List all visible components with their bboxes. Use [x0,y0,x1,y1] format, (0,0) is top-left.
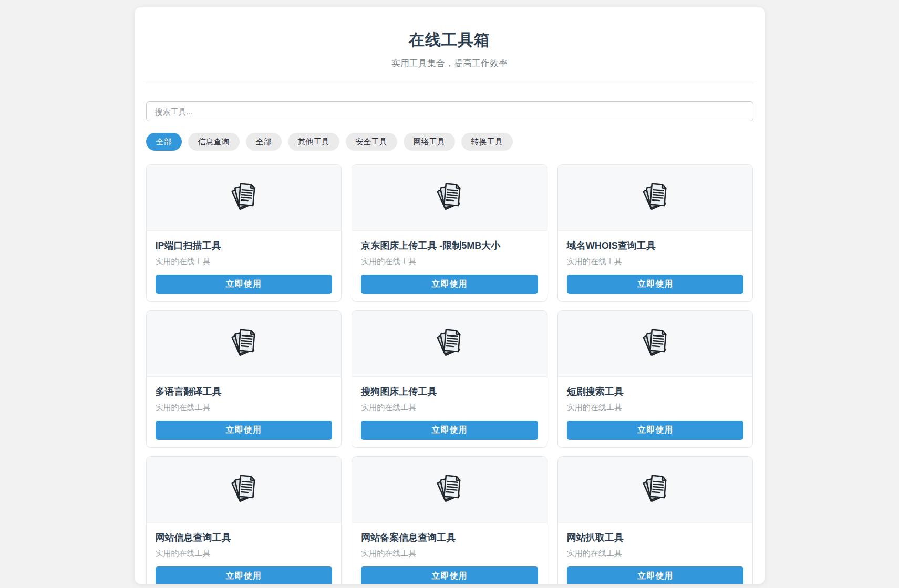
use-now-button[interactable]: 立即使用 [156,421,333,440]
stacked-documents-icon [227,326,261,362]
tool-title: 域名WHOIS查询工具 [567,240,744,251]
tool-card: 域名WHOIS查询工具 实用的在线工具 立即使用 [557,164,753,302]
card-icon-area [352,165,547,231]
use-now-button[interactable]: 立即使用 [567,566,744,584]
tool-card: 网站备案信息查询工具 实用的在线工具 立即使用 [352,456,547,584]
tool-card: 京东图床上传工具 -限制5MB大小 实用的在线工具 立即使用 [352,164,547,302]
tool-title: IP端口扫描工具 [156,240,333,251]
tool-card: 网站信息查询工具 实用的在线工具 立即使用 [146,456,342,584]
use-now-button[interactable]: 立即使用 [361,421,538,440]
filter-chip-convert-tools[interactable]: 转换工具 [461,133,513,151]
stacked-documents-icon [227,180,261,216]
card-icon-area [352,311,547,377]
card-icon-area [147,165,342,231]
search-input[interactable] [146,101,753,121]
filter-chip-network-tools[interactable]: 网络工具 [404,133,455,151]
card-icon-area [352,457,547,523]
tool-card: 短剧搜索工具 实用的在线工具 立即使用 [557,310,753,448]
filter-chip-info-query[interactable]: 信息查询 [188,133,240,151]
use-now-button[interactable]: 立即使用 [567,421,744,440]
card-icon-area [147,311,342,377]
tool-title: 网站备案信息查询工具 [361,532,538,543]
tool-title: 搜狗图床上传工具 [361,386,538,397]
tool-description: 实用的在线工具 [156,549,333,559]
tool-title: 网站信息查询工具 [156,532,333,543]
header-divider [146,83,753,83]
tool-title: 京东图床上传工具 -限制5MB大小 [361,240,538,251]
filter-chip-security-tools[interactable]: 安全工具 [346,133,397,151]
tool-description: 实用的在线工具 [156,403,333,413]
tool-description: 实用的在线工具 [567,549,744,559]
stacked-documents-icon [432,180,466,216]
tool-title: 短剧搜索工具 [567,386,744,397]
card-icon-area [558,311,753,377]
tool-card: 搜狗图床上传工具 实用的在线工具 立即使用 [352,310,547,448]
card-icon-area [147,457,342,523]
tool-description: 实用的在线工具 [361,257,538,267]
stacked-documents-icon [638,180,672,216]
stacked-documents-icon [638,326,672,362]
filter-chip-bar: 全部 信息查询 全部 其他工具 安全工具 网络工具 转换工具 [146,133,753,151]
stacked-documents-icon [227,472,261,508]
page-title: 在线工具箱 [146,29,753,51]
tool-card: IP端口扫描工具 实用的在线工具 立即使用 [146,164,342,302]
tool-description: 实用的在线工具 [567,257,744,267]
use-now-button[interactable]: 立即使用 [361,566,538,584]
tool-card: 网站扒取工具 实用的在线工具 立即使用 [557,456,753,584]
use-now-button[interactable]: 立即使用 [156,275,333,294]
tool-card-grid: IP端口扫描工具 实用的在线工具 立即使用 [146,164,753,584]
card-body: 网站扒取工具 实用的在线工具 立即使用 [558,523,753,584]
tool-description: 实用的在线工具 [156,257,333,267]
card-body: 京东图床上传工具 -限制5MB大小 实用的在线工具 立即使用 [352,231,547,301]
card-body: 网站信息查询工具 实用的在线工具 立即使用 [147,523,342,584]
filter-chip-all-2[interactable]: 全部 [246,133,282,151]
card-body: IP端口扫描工具 实用的在线工具 立即使用 [147,231,342,301]
use-now-button[interactable]: 立即使用 [156,566,333,584]
tool-description: 实用的在线工具 [361,549,538,559]
page-subtitle: 实用工具集合，提高工作效率 [146,57,753,69]
use-now-button[interactable]: 立即使用 [361,275,538,294]
card-body: 网站备案信息查询工具 实用的在线工具 立即使用 [352,523,547,584]
tool-title: 多语言翻译工具 [156,386,333,397]
card-icon-area [558,165,753,231]
card-body: 域名WHOIS查询工具 实用的在线工具 立即使用 [558,231,753,301]
tool-title: 网站扒取工具 [567,532,744,543]
main-container: 在线工具箱 实用工具集合，提高工作效率 全部 信息查询 全部 其他工具 安全工具… [135,7,765,584]
card-body: 多语言翻译工具 实用的在线工具 立即使用 [147,377,342,447]
tool-description: 实用的在线工具 [361,403,538,413]
card-icon-area [558,457,753,523]
stacked-documents-icon [432,326,466,362]
filter-chip-other-tools[interactable]: 其他工具 [288,133,339,151]
tool-description: 实用的在线工具 [567,403,744,413]
tool-card: 多语言翻译工具 实用的在线工具 立即使用 [146,310,342,448]
card-body: 搜狗图床上传工具 实用的在线工具 立即使用 [352,377,547,447]
stacked-documents-icon [432,472,466,508]
card-body: 短剧搜索工具 实用的在线工具 立即使用 [558,377,753,447]
use-now-button[interactable]: 立即使用 [567,275,744,294]
filter-chip-all[interactable]: 全部 [146,133,182,151]
stacked-documents-icon [638,472,672,508]
